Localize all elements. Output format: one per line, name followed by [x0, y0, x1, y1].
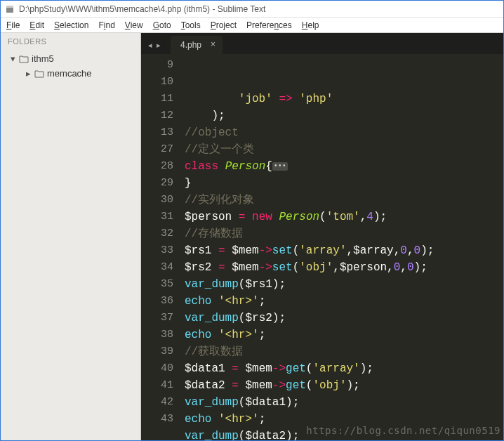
- folder-tree: ▾ithm5▸memcache: [1, 50, 140, 82]
- code-line[interactable]: //定义一个类: [185, 141, 503, 158]
- sidebar-header: FOLDERS: [1, 33, 140, 50]
- code-line[interactable]: $rs2 = $mem->set('obj',$person,0,0);: [185, 259, 503, 276]
- code-line[interactable]: );: [185, 107, 503, 124]
- line-number: 41: [141, 377, 173, 394]
- fold-marker-icon[interactable]: •••: [272, 162, 288, 171]
- line-number: 11: [141, 91, 173, 107]
- line-number: 12: [141, 107, 173, 124]
- sidebar-item-memcache[interactable]: ▸memcache: [1, 66, 140, 81]
- editor-area: ◂ ▸ 4.php × 910111213272829303132333435(…: [141, 33, 503, 440]
- code-line[interactable]: var_dump($rs2);: [185, 310, 503, 327]
- line-number: 35(): [141, 276, 173, 293]
- line-number: 39: [141, 343, 173, 360]
- code-line[interactable]: 'job' => 'php': [185, 91, 503, 107]
- line-number: 31: [141, 209, 173, 225]
- code-line[interactable]: $data2 = $mem->get('obj');: [185, 377, 503, 394]
- line-number: 37: [141, 310, 173, 327]
- code-line[interactable]: //获取数据: [185, 343, 503, 360]
- line-number: 34: [141, 259, 173, 276]
- line-number: 33: [141, 242, 173, 259]
- code-line[interactable]: $data1 = $mem->get('array');: [185, 360, 503, 377]
- sidebar: FOLDERS ▾ithm5▸memcache: [1, 33, 141, 440]
- tab-4php[interactable]: 4.php ×: [171, 36, 223, 54]
- menu-selection[interactable]: Selection: [54, 20, 88, 30]
- tree-item-label: ithm5: [32, 53, 54, 64]
- folder-icon: [19, 55, 29, 63]
- menu-view[interactable]: View: [125, 20, 143, 30]
- code-line[interactable]: $rs1 = $mem->set('array',$array,0,0);: [185, 242, 503, 259]
- tab-nav-right[interactable]: ▸: [155, 41, 162, 50]
- close-icon[interactable]: ×: [211, 39, 215, 49]
- code-line[interactable]: echo '<hr>';: [185, 293, 503, 310]
- menu-bar: FileEditSelectionFindViewGotoToolsProjec…: [1, 18, 503, 33]
- tree-item-label: memcache: [47, 68, 92, 79]
- line-number: 32: [141, 225, 173, 242]
- title-bar: D:\phpStudy\WWW\ithm5\memcache\4.php (it…: [1, 1, 503, 18]
- code-line[interactable]: //实列化对象: [185, 192, 503, 209]
- code-line[interactable]: echo '<hr>';: [185, 411, 503, 428]
- line-number: 29: [141, 175, 173, 192]
- line-number: 38: [141, 327, 173, 343]
- line-gutter: 910111213272829303132333435()36373839404…: [141, 54, 178, 440]
- code-line[interactable]: //object: [185, 124, 503, 141]
- menu-help[interactable]: Help: [302, 20, 319, 30]
- menu-tools[interactable]: Tools: [181, 20, 201, 30]
- menu-goto[interactable]: Goto: [153, 20, 171, 30]
- code-content[interactable]: 'job' => 'php' );//object//定义一个类class Pe…: [178, 54, 503, 440]
- disclosure-arrow-icon[interactable]: ▸: [25, 68, 32, 79]
- menu-project[interactable]: Project: [211, 20, 237, 30]
- svg-rect-1: [6, 6, 13, 8]
- line-number: 42: [141, 394, 173, 411]
- code-line[interactable]: class Person{•••: [185, 158, 503, 175]
- line-number: 43: [141, 411, 173, 428]
- menu-edit[interactable]: Edit: [29, 20, 44, 30]
- line-number: 40: [141, 360, 173, 377]
- menu-file[interactable]: File: [6, 20, 20, 30]
- line-number: 9: [141, 57, 173, 74]
- app-icon: [5, 4, 15, 14]
- code-line[interactable]: var_dump($rs1);: [185, 276, 503, 293]
- tab-label: 4.php: [180, 40, 201, 50]
- tab-nav-left[interactable]: ◂: [147, 41, 154, 50]
- main-area: FOLDERS ▾ithm5▸memcache ◂ ▸ 4.php × 9101…: [1, 33, 503, 440]
- sidebar-item-ithm5[interactable]: ▾ithm5: [1, 51, 140, 66]
- folder-icon: [34, 70, 44, 78]
- line-number: 13: [141, 124, 173, 141]
- line-number: 28: [141, 158, 173, 175]
- code-editor[interactable]: 910111213272829303132333435()36373839404…: [141, 54, 503, 440]
- line-number: 27: [141, 141, 173, 158]
- line-number: 10: [141, 74, 173, 91]
- window-title: D:\phpStudy\WWW\ithm5\memcache\4.php (it…: [19, 4, 265, 14]
- code-line[interactable]: var_dump($data2);: [185, 428, 503, 440]
- tab-nav: ◂ ▸: [147, 41, 166, 54]
- menu-find[interactable]: Find: [98, 20, 114, 30]
- line-number: 36: [141, 293, 173, 310]
- code-line[interactable]: }: [185, 175, 503, 192]
- code-line[interactable]: echo '<hr>';: [185, 327, 503, 343]
- code-line[interactable]: $person = new Person('tom',4);: [185, 209, 503, 225]
- menu-preferences[interactable]: Preferences: [246, 20, 292, 30]
- line-number: 30: [141, 192, 173, 209]
- disclosure-arrow-icon[interactable]: ▾: [9, 53, 16, 64]
- tab-bar: ◂ ▸ 4.php ×: [141, 33, 503, 54]
- code-line[interactable]: var_dump($data1);: [185, 394, 503, 411]
- code-line[interactable]: //存储数据: [185, 225, 503, 242]
